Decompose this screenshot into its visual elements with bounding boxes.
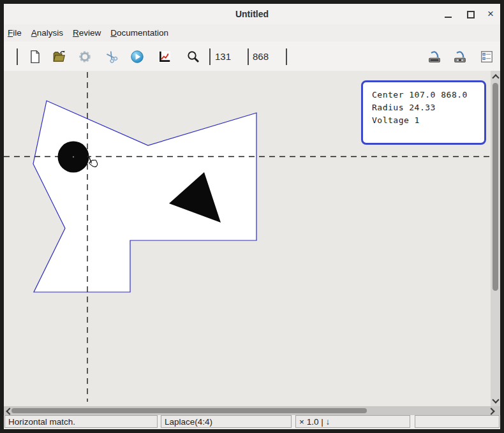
status-zoom-level: × 1.0 | ↓ bbox=[295, 415, 410, 428]
scissors-icon bbox=[105, 50, 119, 64]
window-title: Untitled bbox=[4, 4, 500, 24]
zoom-button[interactable] bbox=[186, 50, 200, 64]
chart-icon bbox=[158, 50, 172, 64]
run-button[interactable] bbox=[130, 50, 144, 64]
status-solver: Laplace(4:4) bbox=[161, 415, 292, 428]
maximize-button[interactable] bbox=[463, 4, 477, 24]
maximize-icon bbox=[467, 11, 475, 18]
status-empty-cell bbox=[415, 415, 500, 428]
titlebar: Untitled × bbox=[4, 4, 500, 25]
play-icon bbox=[130, 50, 144, 64]
magnifier-icon bbox=[186, 50, 200, 64]
menu-analysis[interactable]: Analysis bbox=[31, 24, 63, 41]
plot-button[interactable] bbox=[158, 50, 172, 64]
open-folder-icon bbox=[52, 50, 66, 64]
close-icon: × bbox=[484, 4, 498, 24]
status-match-mode: Horizontal match. bbox=[4, 415, 158, 428]
save-as-icon bbox=[453, 50, 467, 64]
open-file-button[interactable] bbox=[52, 50, 66, 64]
measurement-info-box: Center 107.0 868.0 Radius 24.33 Voltage … bbox=[361, 80, 486, 145]
menubar: File Analysis Review Documentation bbox=[4, 24, 500, 41]
toolbar-separator bbox=[248, 48, 249, 65]
info-center: Center 107.0 868.0 bbox=[372, 89, 484, 101]
menu-documentation[interactable]: Documentation bbox=[110, 24, 168, 41]
toolbar-separator bbox=[209, 48, 211, 65]
toolbar: 131 868 bbox=[4, 41, 500, 71]
window-content: Untitled × File Analysis Review Document… bbox=[4, 4, 500, 429]
save-icon bbox=[427, 50, 441, 64]
app-window: Untitled × File Analysis Review Document… bbox=[0, 0, 504, 433]
info-radius: Radius 24.33 bbox=[372, 101, 484, 114]
x-coordinate-readout: 131 bbox=[215, 50, 231, 64]
domain-polygon[interactable] bbox=[33, 101, 256, 292]
vertical-scrollbar[interactable] bbox=[491, 71, 500, 406]
drawing-canvas[interactable]: Center 107.0 868.0 Radius 24.33 Voltage … bbox=[4, 71, 491, 406]
statusbar: Horizontal match. Laplace(4:4) × 1.0 | ↓ bbox=[4, 415, 500, 429]
gear-icon bbox=[78, 50, 92, 64]
scroll-down-icon[interactable] bbox=[492, 396, 499, 403]
horizontal-scrollbar[interactable] bbox=[4, 406, 500, 415]
y-coordinate-readout: 868 bbox=[253, 50, 269, 64]
menu-review[interactable]: Review bbox=[73, 24, 101, 41]
new-document-icon bbox=[28, 50, 42, 64]
info-voltage: Voltage 1 bbox=[372, 114, 484, 127]
cut-button[interactable] bbox=[105, 50, 119, 64]
scroll-up-icon[interactable] bbox=[492, 74, 499, 81]
toolbar-separator bbox=[286, 48, 287, 65]
report-button[interactable] bbox=[480, 50, 494, 64]
save-as-button[interactable] bbox=[453, 50, 467, 64]
vertical-scrollbar-thumb[interactable] bbox=[493, 83, 498, 291]
new-document-button[interactable] bbox=[28, 50, 42, 64]
close-button[interactable]: × bbox=[484, 4, 498, 24]
report-list-icon bbox=[480, 50, 494, 64]
circle-center-dot bbox=[73, 156, 74, 158]
minimize-icon bbox=[445, 17, 452, 18]
scroll-right-icon[interactable] bbox=[487, 407, 494, 415]
minimize-button[interactable] bbox=[441, 4, 456, 24]
toolbar-separator bbox=[17, 48, 18, 65]
settings-button[interactable] bbox=[78, 50, 92, 64]
horizontal-scrollbar-thumb[interactable] bbox=[11, 408, 367, 413]
menu-file[interactable]: File bbox=[8, 24, 22, 41]
save-button[interactable] bbox=[427, 50, 441, 64]
